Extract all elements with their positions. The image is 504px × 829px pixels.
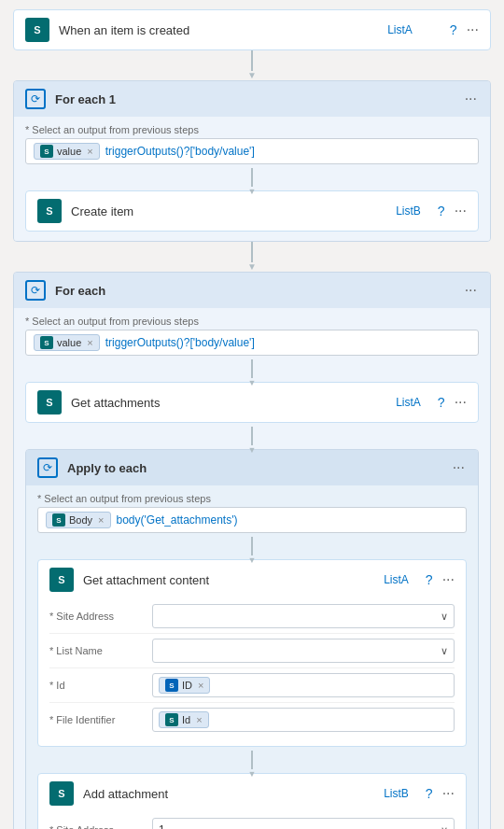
- foreach2-title: For each: [55, 284, 105, 298]
- get-attachment-content-more-icon[interactable]: ···: [442, 571, 455, 588]
- gac-site-address-row: * Site Address ∨: [49, 599, 455, 634]
- add-attachment-header: S Add attachment ListB ? ···: [38, 774, 466, 813]
- get-attachment-content-icon: S: [49, 568, 74, 592]
- apply-each-body-token: S Body ×: [46, 512, 111, 528]
- foreach2-connector-line: [251, 359, 253, 378]
- gac-site-address-label: * Site Address: [49, 611, 152, 622]
- foreach2-inner-connector: [25, 356, 479, 382]
- gac-id-token: S ID ×: [159, 677, 210, 694]
- trigger-more-icon[interactable]: ···: [467, 21, 479, 38]
- get-attachments-help-icon[interactable]: ?: [438, 395, 445, 410]
- trigger-help-icon[interactable]: ?: [450, 22, 457, 37]
- gac-file-id-token-text: Id: [182, 714, 190, 725]
- foreach1-title: For each 1: [55, 92, 116, 106]
- apply-each-token-field[interactable]: S Body × body('Get_attachments'): [37, 507, 467, 533]
- gac-id-token-text: ID: [182, 680, 192, 691]
- foreach1-value-token: S value ×: [34, 143, 100, 160]
- get-attachments-list: ListA: [396, 396, 421, 409]
- gac-id-value[interactable]: S ID ×: [152, 673, 455, 697]
- gac-id-row: * Id S ID ×: [49, 668, 455, 703]
- create-item-help-icon[interactable]: ?: [438, 204, 445, 218]
- gac-id-token-remove[interactable]: ×: [198, 680, 203, 691]
- trigger-block: S When an item is created ListA ? ···: [13, 9, 491, 50]
- gac-site-dropdown-icon: ∨: [441, 611, 448, 623]
- apply-each-icon: ⟳: [37, 457, 58, 478]
- add-attachment-block: S Add attachment ListB ? ··· * Site Addr…: [37, 773, 467, 829]
- foreach2-value-token: S value ×: [34, 334, 100, 351]
- aa-site-address-row: * Site Address 1 ∨: [49, 813, 455, 829]
- gac-file-id-token-icon: S: [165, 713, 178, 726]
- foreach2-token-icon: S: [40, 336, 53, 349]
- foreach2-token-remove[interactable]: ×: [87, 337, 92, 348]
- create-item-block: S Create item ListB ? ···: [25, 190, 479, 232]
- get-attachments-title: Get attachments: [71, 396, 160, 410]
- get-attachment-content-block: S Get attachment content ListA ? ··· * S…: [37, 559, 467, 747]
- foreach1-more-button[interactable]: ···: [463, 91, 479, 107]
- trigger-icon: S: [25, 18, 49, 42]
- get-attachment-content-list: ListA: [384, 573, 409, 586]
- gac-file-id-label: * File Identifier: [49, 714, 152, 725]
- add-attachment-icon: S: [49, 781, 74, 806]
- trigger-list: ListA: [387, 23, 413, 36]
- connector-2: [247, 242, 257, 272]
- create-item-more-icon[interactable]: ···: [455, 203, 467, 219]
- get-attachment-content-help-icon[interactable]: ?: [426, 572, 433, 587]
- foreach2-connector-line2: [251, 427, 253, 445]
- apply-each-connector-line: [251, 537, 253, 555]
- foreach2-select-label: * Select an output from previous steps: [25, 316, 479, 327]
- apply-each-inner-connector2: [37, 747, 467, 773]
- foreach1-body: * Select an output from previous steps S…: [14, 117, 490, 241]
- foreach2-token-text: value: [57, 337, 81, 348]
- apply-each-token-remove[interactable]: ×: [98, 514, 104, 526]
- foreach2-body: * Select an output from previous steps S…: [14, 308, 490, 829]
- foreach1-container: ⟳ For each 1 ··· * Select an output from…: [13, 80, 491, 242]
- gac-file-id-value[interactable]: S Id ×: [152, 708, 455, 732]
- get-attachment-content-header: S Get attachment content ListA ? ···: [38, 560, 466, 599]
- aa-site-address-value[interactable]: 1 ∨: [152, 818, 455, 829]
- foreach2-inner-connector2: [25, 423, 479, 449]
- apply-each-body: * Select an output from previous steps S…: [26, 485, 478, 829]
- add-attachment-help-icon[interactable]: ?: [426, 786, 433, 801]
- foreach1-expression: triggerOutputs()?['body/value']: [105, 145, 255, 158]
- gac-list-dropdown-icon: ∨: [441, 645, 448, 657]
- foreach1-select-label: * Select an output from previous steps: [25, 124, 479, 135]
- get-attachments-icon: S: [37, 390, 62, 414]
- gac-list-name-row: * List Name ∨: [49, 634, 455, 668]
- add-attachment-body: * Site Address 1 ∨ * List Name ∨: [38, 813, 466, 829]
- apply-each-expression: body('Get_attachments'): [117, 513, 238, 527]
- foreach2-icon: ⟳: [25, 280, 46, 301]
- foreach2-more-button[interactable]: ···: [463, 282, 479, 299]
- apply-each-title: Apply to each: [67, 461, 147, 475]
- create-item-header: S Create item ListB ? ···: [26, 191, 478, 231]
- gac-id-label: * Id: [49, 680, 152, 691]
- foreach1-token-remove[interactable]: ×: [87, 146, 92, 157]
- add-attachment-more-icon[interactable]: ···: [442, 785, 455, 802]
- aa-site-dropdown-icon: ∨: [441, 824, 448, 830]
- get-attachment-content-body: * Site Address ∨ * List Name ∨: [38, 599, 466, 746]
- gac-list-name-label: * List Name: [49, 645, 152, 656]
- foreach1-token-text: value: [57, 146, 81, 157]
- foreach2-expression: triggerOutputs()?['body/value']: [105, 336, 255, 349]
- apply-each-inner-connector: [37, 533, 467, 559]
- create-item-list: ListB: [396, 204, 421, 218]
- apply-each-token-icon: S: [52, 513, 65, 527]
- gac-site-address-value[interactable]: ∨: [152, 604, 455, 628]
- gac-list-name-value[interactable]: ∨: [152, 639, 455, 663]
- gac-file-id-token: S Id ×: [159, 711, 209, 728]
- foreach2-header: ⟳ For each ···: [14, 273, 490, 308]
- create-item-title: Create item: [71, 204, 133, 218]
- get-attachments-more-icon[interactable]: ···: [455, 394, 467, 411]
- foreach1-icon: ⟳: [25, 89, 46, 109]
- get-attachments-block: S Get attachments ListA ? ···: [25, 382, 479, 423]
- foreach1-token-icon: S: [40, 145, 53, 158]
- foreach2-token-field[interactable]: S value × triggerOutputs()?['body/value'…: [25, 330, 479, 356]
- apply-each-more-button[interactable]: ···: [451, 459, 467, 476]
- trigger-title: When an item is created: [59, 23, 189, 37]
- foreach1-token-field[interactable]: S value × triggerOutputs()?['body/value'…: [25, 138, 479, 164]
- foreach1-inner-connector: [25, 164, 479, 190]
- gac-file-id-token-remove[interactable]: ×: [196, 714, 202, 725]
- aa-site-address-label: * Site Address: [49, 824, 152, 829]
- apply-each-token-text: Body: [69, 514, 92, 526]
- apply-each-select-label: * Select an output from previous steps: [37, 493, 467, 504]
- add-attachment-list: ListB: [384, 787, 409, 800]
